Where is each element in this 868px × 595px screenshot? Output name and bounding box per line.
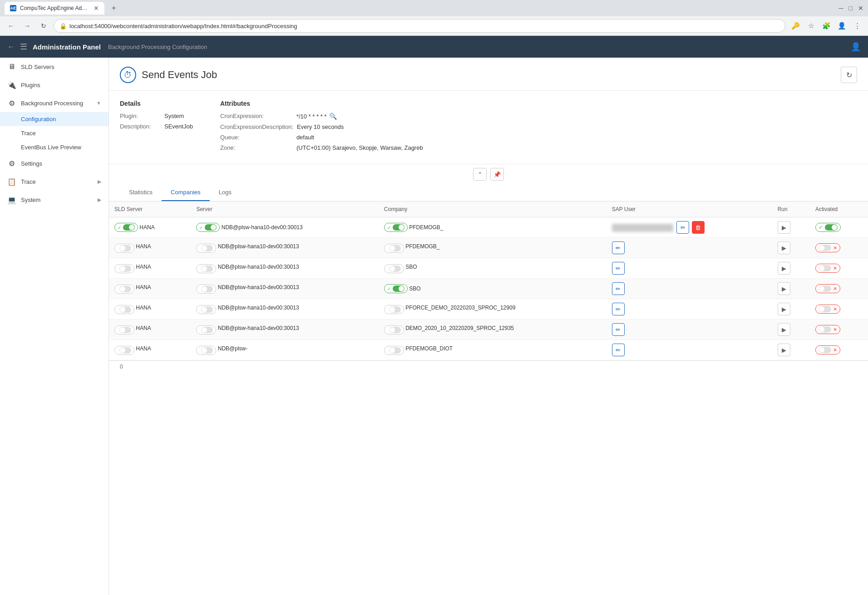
activated-toggle-off[interactable]: ✕ [815, 284, 840, 293]
activated-toggle-off[interactable]: ✕ [815, 305, 840, 314]
server-toggle[interactable] [196, 325, 216, 334]
activated-toggle-on[interactable]: ✓ [815, 223, 841, 232]
table-row: HANA NDB@plsw-hana10-dev00:30013 ✓ SBO✏▶… [109, 279, 868, 299]
sidebar-sub-item-configuration[interactable]: Configuration [0, 112, 108, 126]
tab-statistics[interactable]: Statistics [120, 184, 162, 201]
edit-button[interactable]: ✏ [612, 323, 625, 336]
main-content: ⏱ Send Events Job ↻ Details Plugin: Syst… [109, 58, 868, 595]
sidebar-item-system[interactable]: 💻 System ▶ [0, 191, 108, 209]
delete-button[interactable]: 🗑 [692, 221, 705, 234]
run-button[interactable]: ▶ [778, 344, 790, 356]
company-toggle[interactable]: ✓ [384, 223, 408, 232]
sidebar-item-settings[interactable]: ⚙ Settings [0, 154, 108, 172]
sidebar-sub-item-trace[interactable]: Trace [0, 126, 108, 140]
sidebar-item-sld-servers[interactable]: 🖥 SLD Servers [0, 58, 108, 76]
sld-toggle[interactable] [114, 244, 134, 253]
cell-server: NDB@plsw-hana10-dev00:30013 [191, 299, 378, 320]
page-header: ⏱ Send Events Job ↻ [109, 58, 868, 91]
toolbar-icons: 🔑 ☆ 🧩 👤 ⋮ [789, 20, 863, 32]
bookmark-icon[interactable]: ☆ [804, 20, 817, 32]
tab-logs[interactable]: Logs [210, 184, 241, 201]
run-button[interactable]: ▶ [778, 221, 790, 234]
company-toggle[interactable] [384, 305, 404, 314]
run-button[interactable]: ▶ [778, 282, 790, 295]
trace-icon: 📋 [7, 177, 16, 186]
run-button[interactable]: ▶ [778, 323, 790, 336]
address-bar[interactable]: 🔒 localhost:54000/webcontent/administrat… [54, 19, 785, 33]
sidebar-item-plugins[interactable]: 🔌 Plugins [0, 76, 108, 94]
run-button[interactable]: ▶ [778, 303, 790, 315]
extensions-icon[interactable]: 🧩 [820, 20, 833, 32]
company-toggle[interactable] [384, 244, 404, 253]
edit-button[interactable]: ✏ [612, 241, 625, 254]
pin-button[interactable]: 📌 [490, 168, 504, 181]
key-icon[interactable]: 🔑 [789, 20, 802, 32]
company-toggle[interactable] [384, 264, 404, 273]
cell-company: SBO [379, 258, 607, 279]
back-button[interactable]: ← [5, 20, 17, 32]
sidebar-item-trace-main[interactable]: 📋 Trace ▶ [0, 172, 108, 191]
tab-companies[interactable]: Companies [162, 184, 210, 201]
tabs-container: Statistics Companies Logs [109, 184, 868, 202]
cell-company: ✓ PFDEMOGB_ [379, 217, 607, 238]
cron-value-text: */10 * * * * * [296, 113, 327, 120]
edit-button[interactable]: ✏ [612, 344, 625, 356]
server-toggle[interactable] [196, 305, 216, 314]
browser-tab-close[interactable]: ✕ [94, 5, 99, 12]
cell-sld-server: HANA [109, 279, 191, 299]
cell-sld-server: ✓ HANA [109, 217, 191, 238]
run-button[interactable]: ▶ [778, 241, 790, 254]
activated-toggle-off[interactable]: ✕ [815, 325, 840, 334]
company-toggle[interactable] [384, 346, 404, 355]
company-toggle[interactable] [384, 325, 404, 334]
server-toggle[interactable] [196, 264, 216, 273]
cell-sap-user: ✏ [607, 238, 772, 258]
sidebar-toggle-button[interactable]: ← [7, 43, 15, 51]
edit-button[interactable]: ✏ [612, 262, 625, 275]
col-run: Run [772, 202, 810, 217]
company-toggle[interactable]: ✓ [384, 284, 408, 293]
details-section: Details Plugin: System Description: SEve… [109, 91, 868, 164]
new-tab-button[interactable]: + [108, 2, 119, 14]
description-label: Description: [120, 123, 161, 130]
edit-button[interactable]: ✏ [612, 303, 625, 315]
activated-toggle-off[interactable]: ✕ [815, 345, 840, 354]
cell-run: ▶ [772, 320, 810, 340]
sld-toggle[interactable] [114, 325, 134, 334]
forward-button[interactable]: → [21, 20, 34, 32]
restore-button[interactable]: □ [849, 5, 853, 12]
sidebar-item-background-processing[interactable]: ⚙ Background Processing ▼ [0, 94, 108, 112]
refresh-button[interactable]: ↻ [841, 67, 857, 83]
cell-sld-server: HANA [109, 340, 191, 360]
server-toggle[interactable] [196, 244, 216, 253]
server-toggle[interactable] [196, 285, 216, 294]
reload-button[interactable]: ↻ [37, 20, 50, 32]
sld-toggle[interactable] [114, 346, 134, 355]
run-button[interactable]: ▶ [778, 262, 790, 275]
browser-tab[interactable]: AE CompuTec AppEngine Administr... ✕ [5, 2, 104, 15]
edit-button[interactable]: ✏ [612, 282, 625, 295]
menu-icon[interactable]: ⋮ [851, 20, 863, 32]
server-toggle[interactable] [196, 346, 216, 355]
cron-search-icon[interactable]: 🔍 [329, 113, 337, 120]
sidebar-label-trace: Trace [21, 178, 93, 185]
edit-button[interactable]: ✏ [676, 221, 689, 234]
sidebar-sub-item-eventbus[interactable]: EventBus Live Preview [0, 140, 108, 154]
sidebar-label-plugins: Plugins [21, 82, 101, 89]
collapse-up-button[interactable]: ⌃ [473, 168, 487, 181]
profile-icon[interactable]: 👤 [835, 20, 848, 32]
activated-toggle-off[interactable]: ✕ [815, 264, 840, 273]
close-window-button[interactable]: ✕ [858, 5, 863, 12]
plugin-label: Plugin: [120, 113, 161, 119]
sidebar-label-sld-servers: SLD Servers [21, 64, 101, 70]
sld-toggle[interactable] [114, 285, 134, 294]
server-toggle[interactable]: ✓ [196, 223, 220, 232]
send-events-icon: ⏱ [120, 67, 136, 83]
sld-toggle[interactable] [114, 305, 134, 314]
user-icon[interactable]: 👤 [851, 42, 861, 52]
minimize-button[interactable]: ─ [839, 5, 843, 12]
sld-toggle[interactable] [114, 264, 134, 273]
sld-toggle[interactable]: ✓ [114, 223, 138, 232]
activated-toggle-off[interactable]: ✕ [815, 243, 840, 252]
menu-button[interactable]: ☰ [20, 42, 27, 52]
